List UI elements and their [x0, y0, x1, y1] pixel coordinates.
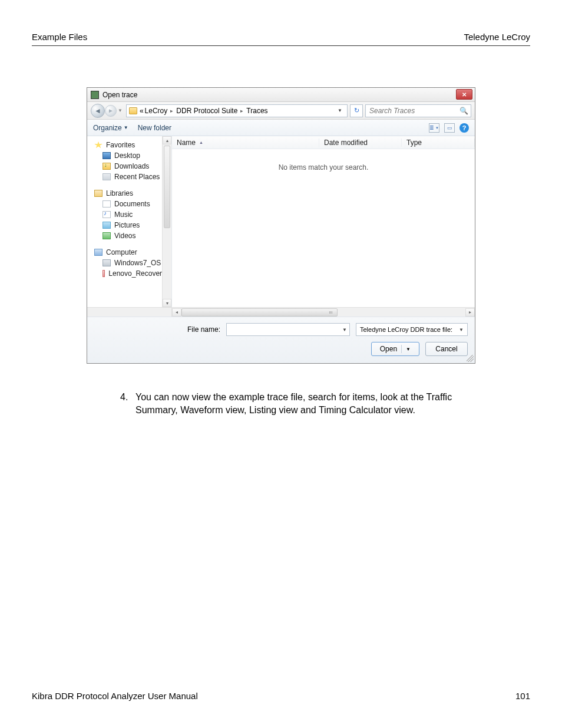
folder-icon: [129, 107, 137, 114]
sidebar-item-drive-recovery[interactable]: Lenovo_Recover▼: [92, 268, 171, 279]
sidebar-item-recent-places[interactable]: Recent Places: [92, 172, 171, 182]
downloads-icon: [103, 163, 111, 170]
empty-message: No items match your search.: [172, 149, 475, 172]
chevron-right-icon: ▸: [170, 108, 173, 114]
horizontal-scrollbar[interactable]: ◂ ııı ▸: [87, 307, 475, 317]
hscroll-mark: ııı: [329, 310, 333, 314]
page-header-right: Teledyne LeCroy: [464, 32, 530, 42]
footer-left: Kibra DDR Protocol Analyzer User Manual: [32, 691, 198, 701]
footer-right: 101: [515, 691, 530, 701]
breadcrumb[interactable]: « LeCroy ▸ DDR Protocol Suite ▸ Traces ▼: [126, 104, 348, 117]
file-name-combobox[interactable]: ▼: [226, 323, 350, 336]
search-input[interactable]: [368, 106, 459, 116]
refresh-button[interactable]: ↻: [350, 104, 363, 117]
music-icon: [103, 211, 111, 218]
chevron-right-icon: ▸: [240, 108, 243, 114]
sidebar-item-favorites[interactable]: Favorites: [92, 140, 171, 150]
file-name-input[interactable]: [229, 325, 342, 334]
sidebar-item-downloads[interactable]: Downloads: [92, 161, 171, 172]
resize-grip[interactable]: [467, 355, 474, 362]
sidebar-scrollbar[interactable]: ▴ ▾: [162, 136, 171, 307]
scroll-right-icon[interactable]: ▸: [465, 308, 475, 317]
search-icon: 🔍: [459, 107, 468, 115]
videos-icon: [103, 232, 111, 239]
hscroll-thumb[interactable]: [181, 308, 338, 317]
sidebar-item-desktop[interactable]: Desktop: [92, 150, 171, 161]
bc-seg-ddr[interactable]: DDR Protocol Suite: [176, 107, 237, 115]
cancel-button[interactable]: Cancel: [425, 342, 468, 356]
nav-recent-dropdown[interactable]: ▼: [118, 108, 123, 113]
scroll-up-icon[interactable]: ▴: [163, 136, 171, 144]
pictures-icon: [103, 222, 111, 229]
scroll-left-icon[interactable]: ◂: [172, 308, 181, 317]
close-button[interactable]: ✕: [456, 89, 472, 100]
documents-icon: [103, 200, 111, 207]
libraries-icon: [94, 190, 103, 197]
desktop-icon: [103, 152, 111, 159]
nav-back-button[interactable]: ◄: [91, 104, 105, 118]
scroll-thumb[interactable]: [164, 146, 170, 228]
recent-icon: [103, 173, 111, 180]
star-icon: [94, 141, 103, 149]
chevron-down-icon: ▼: [459, 327, 464, 332]
instruction-step-4: 4.You can now view the example trace fil…: [120, 391, 509, 416]
titlebar: Open trace ✕: [87, 88, 475, 102]
file-name-label: File name:: [187, 325, 220, 334]
search-box[interactable]: 🔍: [365, 104, 471, 117]
organize-button[interactable]: Organize▼: [93, 124, 128, 132]
column-header-date[interactable]: Date modified: [319, 139, 402, 147]
page-header-left: Example Files: [32, 32, 87, 42]
sidebar-item-drive-c[interactable]: Windows7_OS (C: [92, 258, 171, 268]
sort-asc-icon: ▲: [199, 140, 203, 144]
sidebar-item-documents[interactable]: Documents: [92, 199, 171, 209]
scroll-down-icon[interactable]: ▾: [163, 299, 171, 307]
column-header-name[interactable]: Name ▲: [172, 139, 319, 147]
sidebar-item-pictures[interactable]: Pictures: [92, 220, 171, 230]
sidebar-item-videos[interactable]: Videos: [92, 230, 171, 241]
drive-icon: [103, 259, 111, 266]
open-trace-dialog: Open trace ✕ ◄ ► ▼ « LeCroy ▸ DDR Protoc…: [87, 87, 475, 364]
nav-forward-button[interactable]: ►: [105, 105, 117, 117]
app-icon: [91, 91, 99, 99]
bc-seg-lecroy[interactable]: LeCroy: [145, 107, 168, 115]
open-button[interactable]: Open▼: [371, 342, 419, 356]
bc-seg-traces[interactable]: Traces: [246, 107, 267, 115]
help-icon[interactable]: ?: [459, 123, 469, 133]
computer-icon: [94, 249, 103, 256]
chevron-down-icon[interactable]: ▼: [342, 327, 347, 332]
bc-prefix: «: [140, 107, 144, 115]
drive-icon: [103, 270, 105, 277]
sidebar-item-computer[interactable]: Computer: [92, 247, 171, 258]
preview-pane-button[interactable]: ▭: [444, 123, 455, 133]
file-type-filter[interactable]: Teledyne LeCroy DDR trace file: ▼: [356, 323, 468, 336]
new-folder-button[interactable]: New folder: [138, 124, 171, 132]
nav-sidebar: Favorites Desktop Downloads Recent Place…: [87, 136, 172, 307]
file-list-area: Name ▲ Date modified Type No items match…: [172, 136, 475, 307]
sidebar-item-music[interactable]: Music: [92, 209, 171, 220]
view-mode-button[interactable]: ≣▼: [429, 123, 439, 133]
column-header-type[interactable]: Type: [402, 139, 475, 147]
dialog-title: Open trace: [103, 91, 137, 99]
sidebar-item-libraries[interactable]: Libraries: [92, 188, 171, 199]
breadcrumb-dropdown[interactable]: ▼: [335, 108, 345, 113]
